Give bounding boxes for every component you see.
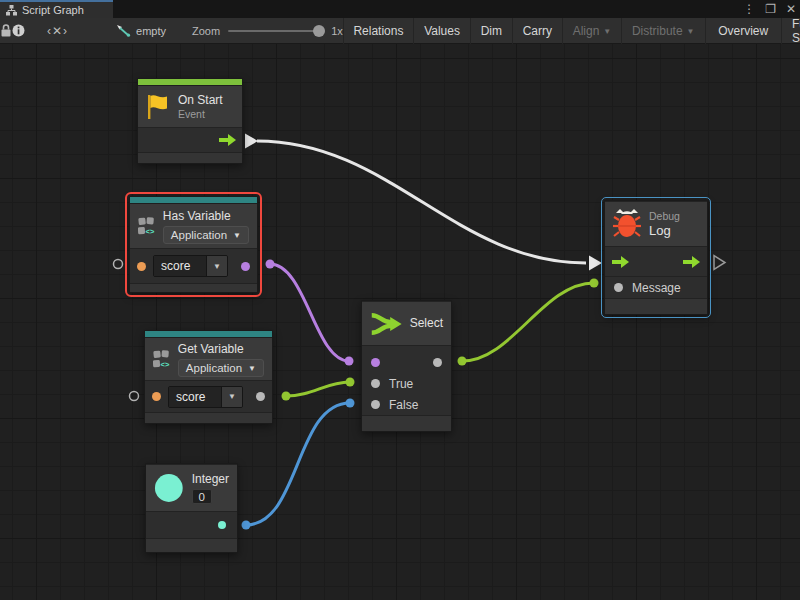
variable-name-field[interactable]: score ▼ bbox=[168, 386, 243, 408]
node-title: Integer bbox=[192, 472, 229, 487]
info-icon bbox=[12, 24, 25, 37]
pointer-icon bbox=[116, 24, 131, 37]
false-input-port[interactable] bbox=[371, 400, 380, 409]
result-output-port[interactable] bbox=[241, 262, 250, 271]
maximize-icon[interactable]: ❐ bbox=[765, 0, 776, 18]
true-input-port[interactable] bbox=[371, 379, 380, 388]
distribute-label: Distribute bbox=[632, 24, 683, 38]
wire-end-arrow-icon bbox=[589, 256, 602, 271]
caret-down-icon: ▼ bbox=[233, 231, 241, 240]
variable-name-field[interactable]: score ▼ bbox=[153, 255, 228, 277]
align-button[interactable]: Align ▼ bbox=[563, 18, 622, 44]
flow-output-port[interactable] bbox=[219, 134, 236, 146]
node-title: Log bbox=[649, 223, 680, 238]
dim-button[interactable]: Dim bbox=[471, 18, 512, 44]
flow-output-port[interactable] bbox=[683, 256, 700, 268]
fullscreen-button[interactable]: Full Screen bbox=[782, 18, 800, 44]
name-input-port[interactable] bbox=[152, 392, 161, 401]
zoom-control: Zoom 1x bbox=[192, 25, 343, 37]
window-controls: ⋮ ❐ ✕ bbox=[743, 0, 796, 18]
node-title: Get Variable bbox=[178, 342, 264, 357]
node-subtitle: Event bbox=[178, 108, 223, 121]
node-select[interactable]: Select True False bbox=[361, 300, 452, 432]
bug-icon bbox=[613, 208, 641, 240]
wire-endpoint bbox=[282, 392, 291, 401]
connections-toggle-button[interactable]: ‹✕› bbox=[25, 24, 90, 38]
selection-output-port[interactable] bbox=[433, 358, 442, 367]
node-surtitle: Debug bbox=[649, 210, 680, 223]
node-on-start[interactable]: On Start Event bbox=[137, 78, 243, 164]
name-input-port[interactable] bbox=[137, 262, 146, 271]
node-get-variable[interactable]: <> Get Variable Application ▼ score ▼ bbox=[144, 330, 273, 424]
value-output-port[interactable] bbox=[256, 392, 265, 401]
integer-value-field[interactable]: 0 bbox=[192, 489, 212, 504]
values-button[interactable]: Values bbox=[414, 18, 470, 44]
variable-scope-dropdown[interactable]: Application ▼ bbox=[163, 226, 249, 244]
integer-icon bbox=[154, 472, 184, 504]
zoom-slider-handle[interactable] bbox=[313, 25, 325, 37]
flag-icon bbox=[146, 94, 170, 120]
flow-continue-arrow-icon[interactable] bbox=[714, 256, 725, 270]
scope-value: Application bbox=[171, 229, 227, 241]
select-merge-icon bbox=[370, 309, 402, 339]
node-debug-log[interactable]: Debug Log Message bbox=[604, 200, 708, 315]
menu-icon[interactable]: ⋮ bbox=[743, 0, 755, 18]
graph-icon bbox=[6, 5, 17, 16]
wire-endpoint bbox=[345, 357, 354, 366]
wire-onstart-to-log[interactable] bbox=[257, 141, 586, 263]
true-port-label: True bbox=[389, 377, 413, 391]
wire-getvariable-to-true[interactable] bbox=[286, 382, 350, 396]
node-integer[interactable]: Integer 0 bbox=[145, 463, 238, 553]
message-input-port[interactable] bbox=[614, 283, 623, 292]
svg-text:<>: <> bbox=[161, 360, 170, 369]
unconnected-port[interactable] bbox=[130, 392, 139, 401]
wire-endpoint bbox=[242, 521, 251, 530]
variable-picker-button[interactable]: ▼ bbox=[221, 387, 242, 407]
variable-accent-bar bbox=[130, 197, 257, 204]
variables-icon: <> bbox=[138, 209, 155, 243]
tab-script-graph[interactable]: Script Graph bbox=[0, 0, 113, 18]
wire-hasvariable-to-select[interactable] bbox=[270, 264, 349, 361]
lock-button[interactable] bbox=[0, 18, 12, 44]
caret-down-icon: ▼ bbox=[248, 364, 256, 373]
wire-endpoint bbox=[346, 399, 355, 408]
distribute-button[interactable]: Distribute ▼ bbox=[622, 18, 705, 44]
variable-accent-bar bbox=[145, 331, 272, 338]
flow-input-port[interactable] bbox=[612, 256, 629, 268]
wire-endpoint bbox=[266, 260, 275, 269]
graph-canvas[interactable]: On Start Event <> bbox=[0, 44, 800, 600]
variable-picker-button[interactable]: ▼ bbox=[206, 256, 227, 276]
selection-indicator: empty bbox=[116, 24, 166, 37]
graph-toolbar: ‹✕› empty Zoom 1x Relations Values Dim bbox=[0, 18, 800, 44]
message-port-label: Message bbox=[632, 281, 681, 295]
tab-title: Script Graph bbox=[22, 4, 84, 16]
node-has-variable[interactable]: <> Has Variable Application ▼ score ▼ bbox=[129, 196, 258, 293]
selector-input-port[interactable] bbox=[371, 358, 380, 367]
caret-down-icon: ▼ bbox=[603, 27, 611, 36]
unconnected-port[interactable] bbox=[114, 260, 123, 269]
zoom-value: 1x bbox=[331, 25, 343, 37]
variables-icon: <> bbox=[153, 342, 170, 376]
tab-bar: Script Graph ⋮ ❐ ✕ bbox=[0, 0, 800, 18]
close-icon[interactable]: ✕ bbox=[786, 0, 796, 18]
integer-output-port[interactable] bbox=[218, 521, 226, 529]
event-accent-bar bbox=[138, 79, 242, 86]
wire-start-arrow-icon bbox=[245, 134, 258, 149]
lock-icon bbox=[0, 24, 12, 37]
carry-button[interactable]: Carry bbox=[513, 18, 562, 44]
align-label: Align bbox=[573, 24, 600, 38]
selection-label: empty bbox=[136, 25, 166, 37]
toolbar-buttons: Relations Values Dim Carry Align ▼ Distr… bbox=[343, 18, 800, 44]
info-button[interactable] bbox=[12, 18, 25, 44]
node-title: Select bbox=[410, 316, 443, 331]
zoom-slider[interactable] bbox=[228, 30, 323, 32]
caret-down-icon: ▼ bbox=[687, 27, 695, 36]
script-graph-window: Script Graph ⋮ ❐ ✕ ‹✕› bbox=[0, 0, 800, 600]
false-port-label: False bbox=[389, 398, 418, 412]
variable-scope-dropdown[interactable]: Application ▼ bbox=[178, 359, 264, 377]
overview-button[interactable]: Overview bbox=[705, 18, 781, 44]
wire-endpoint bbox=[590, 279, 599, 288]
relations-button[interactable]: Relations bbox=[343, 18, 413, 44]
wire-select-to-message[interactable] bbox=[462, 283, 594, 361]
wire-endpoint bbox=[346, 378, 355, 387]
